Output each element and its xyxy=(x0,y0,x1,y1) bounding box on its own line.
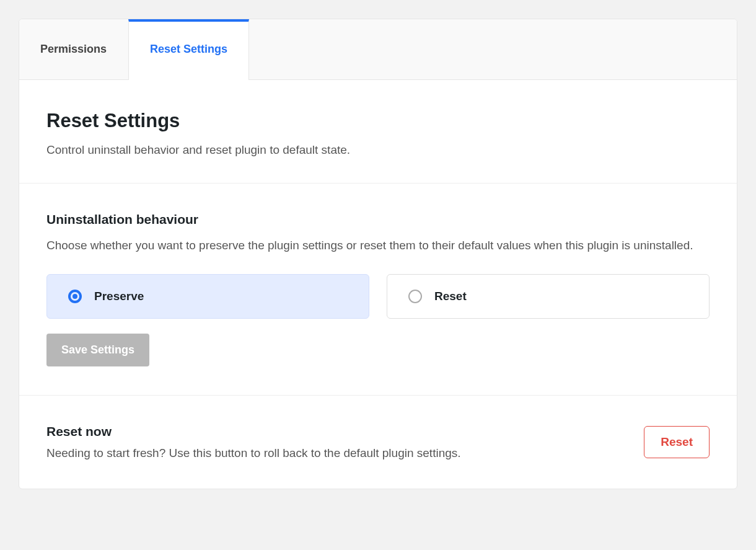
page-title: Reset Settings xyxy=(46,110,710,132)
reset-button[interactable]: Reset xyxy=(644,426,710,458)
radio-label-reset: Reset xyxy=(434,290,467,303)
uninstall-description: Choose whether you want to preserve the … xyxy=(46,236,710,255)
radio-icon xyxy=(68,290,82,303)
page-subtitle: Control uninstall behavior and reset plu… xyxy=(46,143,710,157)
tab-permissions[interactable]: Permissions xyxy=(19,19,128,79)
radio-option-reset[interactable]: Reset xyxy=(387,274,710,319)
reset-now-row: Reset now Needing to start fresh? Use th… xyxy=(46,424,710,460)
radio-option-preserve[interactable]: Preserve xyxy=(46,274,369,319)
radio-icon xyxy=(408,290,422,303)
uninstall-heading: Uninstallation behaviour xyxy=(46,212,710,227)
reset-now-heading: Reset now xyxy=(46,424,629,439)
uninstall-radio-group: Preserve Reset xyxy=(46,274,710,319)
reset-now-section: Reset now Needing to start fresh? Use th… xyxy=(19,396,737,489)
tabs-nav: Permissions Reset Settings xyxy=(19,19,737,80)
radio-label-preserve: Preserve xyxy=(94,290,144,303)
settings-card: Permissions Reset Settings Reset Setting… xyxy=(19,19,737,489)
page-header: Reset Settings Control uninstall behavio… xyxy=(19,80,737,184)
reset-now-description: Needing to start fresh? Use this button … xyxy=(46,446,629,460)
reset-now-text: Reset now Needing to start fresh? Use th… xyxy=(46,424,629,460)
tab-reset-settings[interactable]: Reset Settings xyxy=(128,19,249,80)
save-settings-button[interactable]: Save Settings xyxy=(46,334,149,366)
uninstall-section: Uninstallation behaviour Choose whether … xyxy=(19,184,737,396)
